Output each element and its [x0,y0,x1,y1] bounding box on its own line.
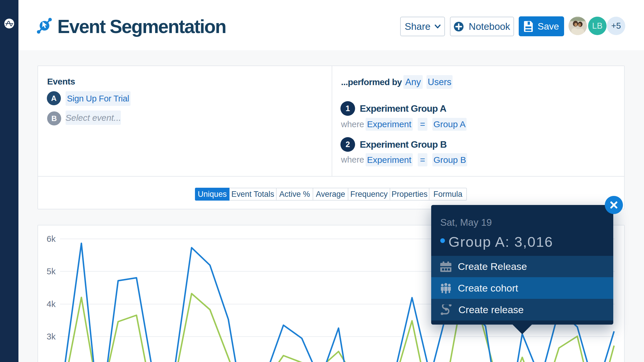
svg-text:3k: 3k [47,332,56,341]
svg-text:6k: 6k [47,234,56,244]
svg-text:5k: 5k [47,267,56,276]
svg-text:4k: 4k [47,299,56,309]
